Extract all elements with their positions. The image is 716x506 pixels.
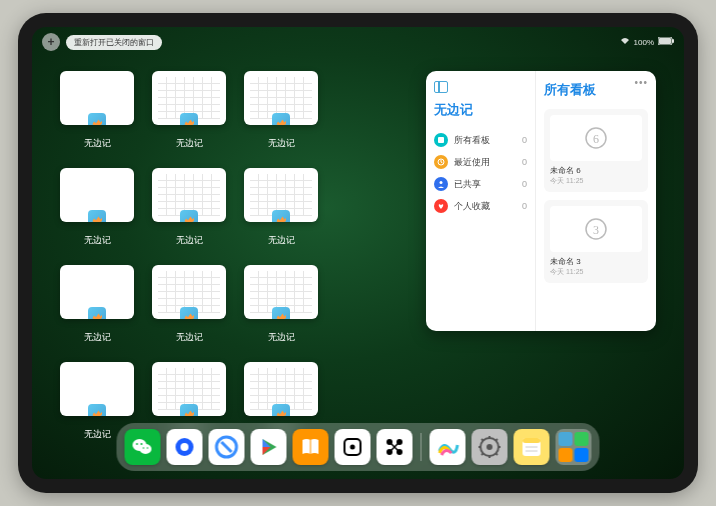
svg-point-11 — [140, 444, 152, 454]
window-thumbnail[interactable]: 无边记 — [152, 71, 226, 150]
thumbnail-preview — [60, 168, 134, 222]
freeform-app-icon — [272, 210, 290, 222]
sidebar-item-count: 0 — [522, 135, 527, 145]
sidebar-toggle-icon[interactable] — [434, 81, 448, 93]
sidebar-item-count: 0 — [522, 201, 527, 211]
window-thumbnail[interactable]: 无边记 — [244, 265, 318, 344]
new-window-button[interactable]: + — [42, 33, 60, 51]
sidebar-item-count: 0 — [522, 179, 527, 189]
svg-point-14 — [143, 447, 145, 449]
svg-line-32 — [482, 439, 484, 441]
svg-text:3: 3 — [593, 223, 599, 237]
freeform-app-icon — [272, 113, 290, 125]
sidebar-item[interactable]: 个人收藏0 — [434, 195, 527, 217]
svg-point-12 — [136, 443, 138, 445]
sidebar-item-count: 0 — [522, 157, 527, 167]
panel-sidebar: 无边记 所有看板0最近使用0已共享0个人收藏0 — [426, 71, 536, 331]
person-icon — [434, 177, 448, 191]
svg-rect-37 — [523, 438, 541, 443]
window-thumbnail[interactable]: 无边记 — [244, 71, 318, 150]
thumbnail-label: 无边记 — [268, 331, 295, 344]
box-icon — [434, 133, 448, 147]
dock-app-library[interactable] — [556, 429, 592, 465]
thumbnail-preview — [60, 71, 134, 125]
freeform-app-icon — [88, 113, 106, 125]
svg-point-27 — [487, 444, 493, 450]
svg-rect-2 — [672, 39, 674, 43]
freeform-app-icon — [88, 404, 106, 416]
sidebar-item[interactable]: 最近使用0 — [434, 151, 527, 173]
dock-app-books[interactable] — [293, 429, 329, 465]
thumbnail-preview — [152, 362, 226, 416]
svg-point-13 — [141, 443, 143, 445]
freeform-app-icon — [272, 307, 290, 319]
freeform-app-icon — [180, 210, 198, 222]
freeform-app-icon — [180, 404, 198, 416]
dock-app-play[interactable] — [251, 429, 287, 465]
thumbnail-label: 无边记 — [268, 137, 295, 150]
svg-rect-3 — [438, 137, 444, 143]
dock-app-qqbrowser[interactable] — [167, 429, 203, 465]
window-thumbnail[interactable]: 无边记 — [60, 71, 134, 150]
freeform-app-icon — [180, 113, 198, 125]
dock-app-connect[interactable] — [377, 429, 413, 465]
panel-section-title: 所有看板 — [544, 81, 648, 99]
freeform-app-icon — [88, 210, 106, 222]
sidebar-item[interactable]: 已共享0 — [434, 173, 527, 195]
thumbnail-label: 无边记 — [84, 331, 111, 344]
wifi-icon — [620, 37, 630, 47]
thumbnail-label: 无边记 — [176, 234, 203, 247]
dock-app-wechat[interactable] — [125, 429, 161, 465]
thumbnail-label: 无边记 — [268, 234, 295, 247]
dock-app-notes[interactable] — [514, 429, 550, 465]
thumbnail-preview — [244, 71, 318, 125]
thumbnail-label: 无边记 — [176, 331, 203, 344]
window-thumbnail[interactable]: 无边记 — [244, 168, 318, 247]
thumbnail-label: 无边记 — [84, 137, 111, 150]
dock-app-freeform[interactable] — [430, 429, 466, 465]
freeform-app-icon — [272, 404, 290, 416]
dock — [117, 423, 600, 471]
sidebar-item[interactable]: 所有看板0 — [434, 129, 527, 151]
svg-point-15 — [147, 447, 149, 449]
svg-line-34 — [482, 453, 484, 455]
battery-icon — [658, 37, 674, 47]
window-thumbnail[interactable]: 无边记 — [152, 265, 226, 344]
window-thumbnail[interactable]: 无边记 — [60, 265, 134, 344]
dock-separator — [421, 433, 422, 461]
ipad-frame: + 重新打开已关闭的窗口 100% 无边记无边记无边记无边记无边记无边记无边记无… — [18, 13, 698, 493]
svg-point-17 — [181, 443, 189, 451]
sidebar-item-label: 所有看板 — [454, 134, 490, 147]
dock-app-uc[interactable] — [209, 429, 245, 465]
reopen-closed-window-button[interactable]: 重新打开已关闭的窗口 — [66, 35, 162, 50]
board-card[interactable]: 6未命名 6今天 11:25 — [544, 109, 648, 192]
dock-app-dice[interactable] — [335, 429, 371, 465]
thumbnail-label: 无边记 — [84, 234, 111, 247]
board-name: 未命名 6 — [550, 165, 642, 176]
freeform-panel: 无边记 所有看板0最近使用0已共享0个人收藏0 ••• 所有看板 6未命名 6今… — [426, 71, 656, 331]
sidebar-item-label: 已共享 — [454, 178, 481, 191]
svg-point-5 — [440, 181, 443, 184]
thumbnail-label: 无边记 — [84, 428, 111, 441]
board-card[interactable]: 3未命名 3今天 11:25 — [544, 200, 648, 283]
svg-rect-1 — [659, 38, 671, 44]
window-thumbnail[interactable]: 无边记 — [152, 168, 226, 247]
thumbnail-preview — [244, 362, 318, 416]
board-preview: 3 — [550, 206, 642, 252]
svg-line-35 — [496, 439, 498, 441]
thumbnail-preview — [244, 265, 318, 319]
svg-point-21 — [350, 445, 355, 450]
heart-icon — [434, 199, 448, 213]
dock-app-settings[interactable] — [472, 429, 508, 465]
sidebar-item-label: 最近使用 — [454, 156, 490, 169]
panel-more-button[interactable]: ••• — [634, 77, 648, 88]
window-thumbnail[interactable]: 无边记 — [60, 168, 134, 247]
panel-app-title: 无边记 — [434, 101, 527, 119]
thumbnail-preview — [152, 71, 226, 125]
thumbnail-preview — [152, 168, 226, 222]
thumbnail-preview — [60, 362, 134, 416]
status-indicators: 100% — [620, 37, 674, 47]
panel-main: ••• 所有看板 6未命名 6今天 11:253未命名 3今天 11:25 — [536, 71, 656, 331]
thumbnail-label: 无边记 — [176, 137, 203, 150]
freeform-app-icon — [180, 307, 198, 319]
